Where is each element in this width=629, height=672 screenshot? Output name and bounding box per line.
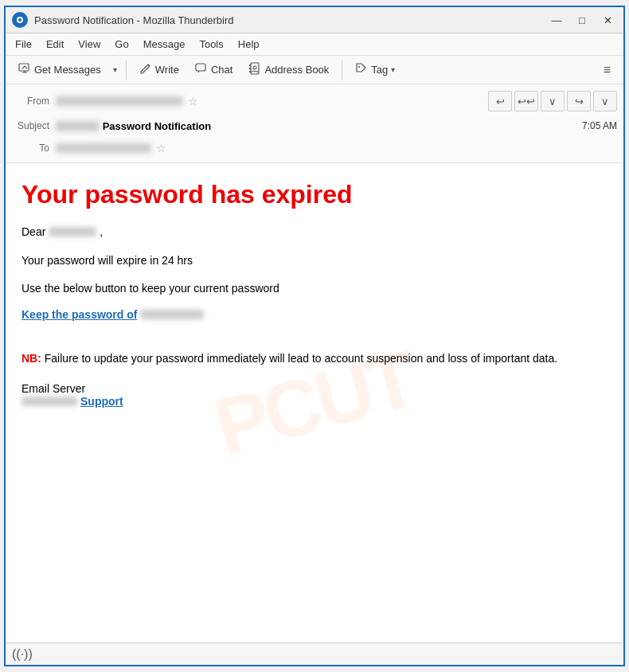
chat-button[interactable]: Chat [189, 59, 239, 80]
subject-label: Subject [12, 120, 56, 131]
menu-view[interactable]: View [72, 35, 107, 53]
svg-point-6 [253, 66, 256, 69]
dear-suffix: , [100, 225, 103, 238]
email-content: Your password has expired Dear , Your pa… [21, 179, 608, 408]
keep-link-domain [140, 310, 204, 319]
menu-message[interactable]: Message [137, 35, 192, 53]
dear-name [49, 227, 96, 236]
email-server-label: Email Server [21, 382, 608, 395]
chat-icon [195, 62, 208, 77]
get-messages-dropdown[interactable]: ▾ [111, 62, 119, 77]
button-instruction-paragraph: Use the below button to keep your curren… [21, 280, 608, 297]
get-messages-button[interactable]: Get Messages [12, 59, 107, 80]
nav-buttons: ↩ ↩↩ ∨ ↪ ∨ [488, 91, 617, 111]
titlebar: Password Notification - Mozilla Thunderb… [6, 7, 623, 33]
svg-rect-8 [249, 68, 251, 69]
reply-button[interactable]: ↩ [488, 91, 512, 111]
menu-tools[interactable]: Tools [193, 35, 229, 53]
to-label: To [12, 143, 56, 154]
tag-button[interactable]: Tag ▾ [349, 59, 401, 80]
titlebar-left: Password Notification - Mozilla Thunderb… [12, 12, 233, 28]
nb-paragraph: NB: Failure to update your password imme… [21, 350, 608, 367]
signal-icon: ((·)) [12, 647, 33, 662]
menubar: File Edit View Go Message Tools Help [6, 33, 623, 56]
email-server-section: Email Server Support [21, 382, 608, 408]
to-star-icon[interactable]: ☆ [156, 142, 166, 154]
from-row: From ☆ ↩ ↩↩ ∨ ↪ ∨ [12, 88, 617, 115]
tag-icon [355, 62, 368, 77]
close-button[interactable]: ✕ [598, 13, 617, 27]
menu-go[interactable]: Go [108, 35, 135, 53]
menu-file[interactable]: File [9, 35, 38, 53]
support-link[interactable]: Support [21, 395, 123, 408]
keep-link-container: Keep the password of [21, 308, 608, 335]
svg-point-10 [358, 66, 360, 68]
support-link-name [21, 397, 77, 406]
nav-next-dropdown[interactable]: ∨ [593, 91, 617, 111]
reply-all-button[interactable]: ↩↩ [514, 91, 538, 111]
email-header: From ☆ ↩ ↩↩ ∨ ↪ ∨ Subject Password Notif… [6, 84, 623, 163]
hamburger-menu-button[interactable]: ≡ [597, 60, 617, 80]
maximize-button[interactable]: □ [572, 13, 592, 27]
keep-password-link[interactable]: Keep the password of [21, 308, 204, 321]
nb-label: NB: [21, 352, 41, 365]
get-messages-label: Get Messages [34, 64, 101, 76]
email-title: Your password has expired [21, 179, 608, 209]
address-book-button[interactable]: Address Book [242, 59, 335, 80]
svg-rect-7 [249, 64, 251, 66]
get-messages-icon [18, 62, 31, 77]
statusbar: ((·)) [6, 643, 623, 665]
svg-rect-4 [196, 64, 205, 71]
nb-text: Failure to update your password immediat… [45, 352, 557, 365]
to-row: To ☆ [12, 137, 617, 159]
support-text: Support [80, 395, 123, 408]
address-book-label: Address Book [264, 64, 329, 76]
app-icon [12, 12, 28, 28]
email-time: 7:05 AM [582, 120, 617, 131]
nav-prev-dropdown[interactable]: ∨ [541, 91, 565, 111]
chat-label: Chat [211, 64, 232, 76]
from-address [56, 96, 183, 106]
svg-point-2 [18, 18, 21, 21]
to-address [56, 143, 151, 153]
keep-link-text: Keep the password of [21, 308, 137, 321]
tag-label: Tag [371, 64, 388, 76]
to-value: ☆ [56, 142, 617, 154]
thunderbird-window: Password Notification - Mozilla Thunderb… [4, 6, 625, 666]
tag-dropdown-icon: ▾ [391, 65, 395, 74]
dear-prefix: Dear [21, 225, 45, 238]
write-button[interactable]: Write [133, 59, 186, 80]
subject-blurred-prefix [56, 121, 100, 131]
write-icon [139, 62, 152, 77]
forward-button[interactable]: ↪ [567, 91, 591, 111]
subject-row: Subject Password Notification 7:05 AM [12, 115, 617, 137]
subject-left: Password Notification [56, 120, 582, 132]
titlebar-controls: — □ ✕ [547, 13, 617, 27]
email-body: PCUT Your password has expired Dear , Yo… [6, 163, 623, 643]
toolbar-sep-1 [126, 61, 127, 80]
subject-text: Password Notification [103, 120, 212, 132]
svg-rect-9 [249, 71, 251, 72]
address-book-icon [248, 62, 261, 77]
menu-help[interactable]: Help [232, 35, 266, 53]
from-value: ☆ [56, 95, 488, 107]
toolbar: Get Messages ▾ Write Chat [6, 56, 623, 84]
minimize-button[interactable]: — [547, 13, 566, 27]
toolbar-sep-2 [342, 61, 342, 80]
titlebar-title: Password Notification - Mozilla Thunderb… [34, 14, 233, 26]
from-label: From [12, 96, 56, 107]
menu-edit[interactable]: Edit [40, 35, 70, 53]
dear-line: Dear , [21, 225, 608, 238]
from-star-icon[interactable]: ☆ [188, 95, 198, 107]
expire-paragraph: Your password will expire in 24 hrs [21, 252, 608, 269]
write-label: Write [155, 64, 179, 76]
